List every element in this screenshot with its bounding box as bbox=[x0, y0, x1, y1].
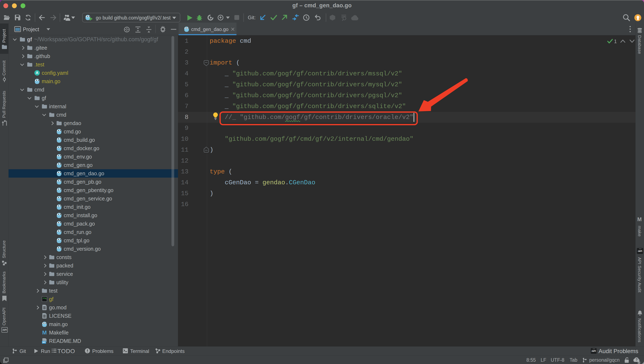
svg-text:?: ? bbox=[635, 358, 638, 362]
